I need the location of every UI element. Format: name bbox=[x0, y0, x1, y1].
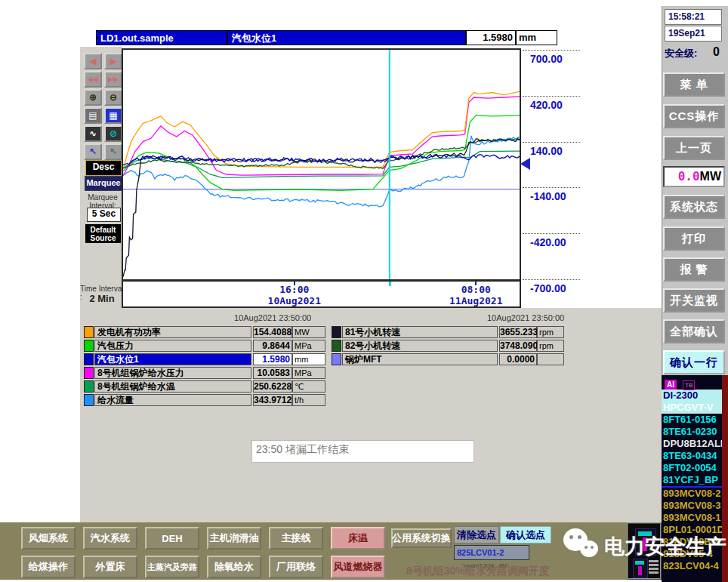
marquee-interval-value[interactable]: 5 Sec bbox=[87, 208, 121, 222]
legend-row[interactable]: 给水流量343.9712t/h bbox=[84, 394, 325, 406]
bottom-nav-button[interactable]: 外置床 bbox=[83, 556, 137, 578]
sidebar-func-button-5[interactable]: 全部确认 bbox=[663, 319, 725, 343]
valve-caption: 8号机组30%给水旁路调阀开度 bbox=[406, 565, 550, 578]
clock-date: 19Sep21 bbox=[665, 26, 722, 42]
page-right-icon[interactable]: ▶▶ bbox=[104, 71, 122, 88]
legend-point-unit: t/h bbox=[292, 394, 325, 406]
point-list-item[interactable]: 81YCFJ_BP bbox=[662, 474, 722, 488]
clock-time: 15:58:21 bbox=[665, 9, 722, 25]
y-axis-tick-label: -420.00 bbox=[530, 236, 566, 248]
legend-point-unit: MW bbox=[292, 326, 325, 338]
bottom-nav-button[interactable]: 主机润滑油 bbox=[207, 527, 261, 550]
point-list-item[interactable]: DPU8B12ALI bbox=[662, 438, 722, 450]
legend-row[interactable]: 发电机有功功率154.4088MW bbox=[84, 326, 325, 338]
time-interval-value[interactable]: 2 Min bbox=[85, 293, 119, 304]
sidebar-func-button-2[interactable]: 打印 bbox=[663, 226, 725, 251]
cursor-alt-icon[interactable]: ↖ bbox=[104, 143, 122, 160]
point-list-item[interactable]: HPCGVT-V bbox=[662, 402, 722, 414]
page-left-icon[interactable]: ◀◀ bbox=[84, 71, 102, 88]
point-list-item[interactable]: 823LCV04-4 bbox=[662, 560, 722, 572]
bottom-nav-button[interactable]: 除氧给水 bbox=[207, 556, 261, 578]
legend-color-swatch bbox=[332, 326, 341, 338]
trend-plot[interactable] bbox=[123, 50, 520, 279]
sidebar-func-button-1[interactable]: 系统状态 bbox=[663, 195, 725, 219]
confirm-point-button[interactable]: 确认选点 bbox=[500, 526, 551, 544]
point-list-item[interactable]: 8TE63-0434 bbox=[662, 450, 722, 462]
point-list-item[interactable]: 893MCV08-1 bbox=[662, 512, 722, 524]
disable-icon[interactable]: ⊘ bbox=[104, 125, 122, 142]
clear-point-button[interactable]: 清除选点 bbox=[454, 526, 499, 544]
trend-curves-icon[interactable]: ∿ bbox=[84, 125, 102, 142]
sidebar-func-button-3[interactable]: 报 警 bbox=[663, 257, 725, 282]
y-gridline bbox=[523, 279, 580, 280]
bottom-nav-button[interactable]: 风道燃烧器 bbox=[331, 556, 385, 578]
right-edge-strip bbox=[722, 375, 728, 582]
time-axis: 16:0010Aug202108:0011Aug2021 bbox=[122, 281, 521, 308]
ai-badge[interactable]: AI bbox=[665, 380, 677, 390]
step-right-icon[interactable]: ▶ bbox=[104, 53, 122, 69]
legend-row[interactable]: 锅炉MFT0.0000 bbox=[332, 353, 564, 365]
common-system-switch-button[interactable]: 公用系统切换 bbox=[391, 528, 452, 548]
cursor-select-icon[interactable]: ↖ bbox=[84, 143, 102, 160]
power-value: 0.0 bbox=[678, 169, 700, 183]
zoom-out-icon[interactable]: ⊖ bbox=[104, 89, 122, 106]
desc-button[interactable]: Desc bbox=[85, 160, 122, 176]
list-tool-icon[interactable] bbox=[649, 560, 659, 575]
legend-point-name: 发电机有功功率 bbox=[94, 326, 251, 338]
bottom-nav-button[interactable]: 汽水系统 bbox=[83, 527, 137, 550]
bottom-nav-button[interactable]: 给煤操作 bbox=[21, 556, 76, 578]
y-axis-tick-label: -700.00 bbox=[530, 282, 566, 294]
trend-source-field[interactable]: LD1.out.sample bbox=[96, 30, 227, 45]
trend-chart[interactable] bbox=[122, 48, 521, 281]
legend-row[interactable]: 汽包压力9.8644MPa bbox=[84, 340, 325, 352]
legend-color-swatch bbox=[84, 367, 94, 379]
confirm-line-button[interactable]: 确认一行 bbox=[663, 350, 725, 374]
y-gridline bbox=[523, 96, 580, 97]
bottom-nav-button[interactable]: 风烟系统 bbox=[21, 527, 76, 550]
unit-field: mm bbox=[516, 30, 557, 45]
selected-tag-field[interactable]: 汽包水位1 bbox=[227, 30, 466, 45]
legend-color-swatch bbox=[84, 326, 94, 338]
y-axis-tick-label: 420.00 bbox=[530, 99, 563, 111]
y-gridline bbox=[523, 50, 580, 51]
legend-row[interactable]: 8号机组锅炉给水压力10.0583MPa bbox=[84, 367, 325, 379]
valve-tool-icon[interactable] bbox=[635, 528, 656, 556]
annotation-note[interactable]: 23:50 堵漏工作结束 bbox=[251, 440, 474, 463]
legend-color-swatch bbox=[84, 340, 94, 352]
point-list-item[interactable]: 8PL01-0001D bbox=[662, 524, 722, 536]
selected-point-input[interactable]: 825LCV01-2 bbox=[454, 545, 529, 560]
legend-point-name: 8号机组锅炉给水温 bbox=[94, 380, 251, 393]
point-list-item[interactable]: 8FT02-0054 bbox=[662, 462, 722, 474]
window-list-icon[interactable]: ▤ bbox=[84, 107, 102, 124]
marquee-button[interactable]: Marquee bbox=[85, 176, 122, 191]
bottom-nav-button[interactable]: 床温 bbox=[331, 527, 385, 550]
bottom-nav-button[interactable]: 主蒸汽及旁路 bbox=[145, 556, 199, 578]
step-left-icon[interactable]: ◀ bbox=[84, 53, 102, 69]
zoom-in-icon[interactable]: ⊕ bbox=[84, 89, 102, 106]
trend-line bbox=[123, 155, 520, 165]
point-list-item[interactable]: 893MCV08-3 bbox=[662, 500, 722, 512]
point-list-item[interactable]: 8FT61-0156 bbox=[662, 414, 722, 426]
sidebar-nav-button-1[interactable]: 菜 单 bbox=[663, 72, 725, 97]
bottom-nav-button[interactable]: 主接线 bbox=[269, 527, 323, 550]
point-list-item[interactable]: 818DV05-4 bbox=[662, 548, 722, 560]
trend-tool-icon[interactable] bbox=[633, 559, 648, 578]
legend-row[interactable]: 82号小机转速3748.0901rpm bbox=[332, 340, 564, 352]
sidebar-nav-button-3[interactable]: 上一页 bbox=[663, 136, 725, 160]
legend-row[interactable]: 汽包水位11.5980mm bbox=[84, 353, 325, 365]
point-list-item[interactable]: 893MCV08-2 bbox=[662, 488, 722, 500]
legend-row[interactable]: 81号小机转速3655.2332rpm bbox=[332, 326, 564, 338]
y-axis-tick-label: 140.00 bbox=[530, 145, 563, 157]
point-list-item[interactable]: DI-2300 bbox=[662, 390, 722, 402]
default-source-button[interactable]: Default Source bbox=[85, 224, 121, 243]
point-list-item[interactable]: 8TE61-0230 bbox=[662, 426, 722, 438]
data-table-icon[interactable]: ▦ bbox=[104, 107, 122, 124]
bottom-nav-button[interactable]: DEH bbox=[145, 527, 199, 550]
sidebar-nav-button-2[interactable]: CCS操作 bbox=[663, 104, 725, 128]
bottom-nav-button[interactable]: 厂用联络 bbox=[269, 556, 323, 578]
legend-point-unit: rpm bbox=[537, 340, 564, 352]
point-list-item[interactable]: 818DV08B-4 bbox=[662, 536, 722, 548]
legend-row[interactable]: 8号机组锅炉给水温250.6228℃ bbox=[84, 380, 325, 393]
sidebar-func-button-4[interactable]: 开关监视 bbox=[663, 288, 725, 313]
y-axis-tick-label: -140.00 bbox=[530, 190, 566, 202]
